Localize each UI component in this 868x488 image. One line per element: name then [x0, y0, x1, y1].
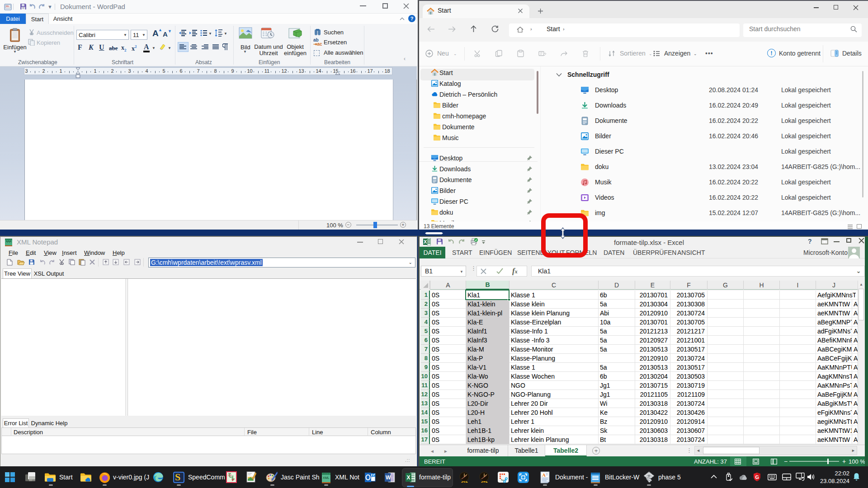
svg-text:SN: SN — [228, 474, 231, 477]
svg-text:X: X — [424, 239, 427, 244]
svg-text:24: 24 — [462, 480, 466, 483]
svg-text:P: P — [232, 479, 234, 482]
svg-text:XML: XML — [323, 476, 330, 479]
svg-text:A: A — [542, 472, 546, 478]
svg-text:X: X — [407, 474, 410, 481]
svg-text:25: 25 — [482, 480, 486, 483]
svg-text:G: G — [755, 474, 760, 480]
svg-text:W: W — [386, 474, 391, 481]
